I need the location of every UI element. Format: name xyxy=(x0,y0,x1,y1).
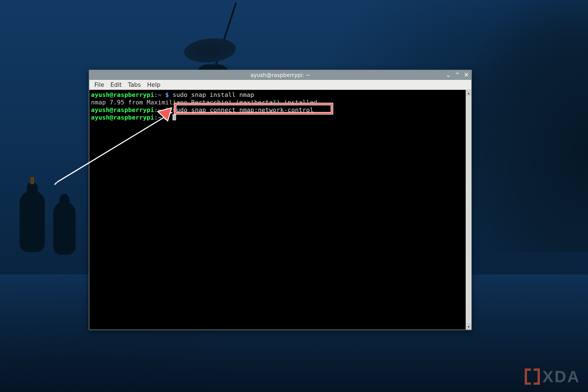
watermark-text: XDA xyxy=(543,367,580,386)
minimize-button[interactable]: ⌄ xyxy=(446,72,451,78)
output-text: nmap 7.95 from Maximiliano Bertacchini (… xyxy=(91,99,273,106)
prompt-host: ayush@raspberrypi xyxy=(91,114,154,121)
scroll-up-button[interactable]: ▴ xyxy=(466,90,471,96)
prompt-path: ~ xyxy=(158,114,161,121)
prompt-symbol: $ xyxy=(165,114,169,121)
wallpaper-bird xyxy=(53,202,76,255)
maximize-button[interactable]: ⌃ xyxy=(455,72,460,78)
prompt-symbol: $ xyxy=(165,106,169,113)
terminal-window: ayush@raspberrypi: ~ ⌄ ⌃ ✕ File Edit Tab… xyxy=(89,70,472,330)
window-controls: ⌄ ⌃ ✕ xyxy=(446,70,469,80)
output-star: * xyxy=(273,99,276,106)
prompt-path: ~ xyxy=(158,91,161,98)
close-button[interactable]: ✕ xyxy=(464,72,469,78)
prompt-sep: : xyxy=(154,91,158,98)
scroll-down-button[interactable]: ▾ xyxy=(466,323,471,330)
window-titlebar[interactable]: ayush@raspberrypi: ~ ⌄ ⌃ ✕ xyxy=(89,70,471,80)
terminal-scrollbar[interactable]: ▴ ▾ xyxy=(466,90,471,330)
xda-watermark: XDA xyxy=(525,367,580,386)
wallpaper-hat xyxy=(174,31,246,70)
command-text: sudo snap install nmap xyxy=(172,91,254,98)
bracket-icon xyxy=(525,368,531,385)
terminal-viewport[interactable]: ayush@raspberrypi:~ $ sudo snap install … xyxy=(89,90,466,330)
bracket-icon xyxy=(534,368,540,385)
window-title: ayush@raspberrypi: ~ xyxy=(250,72,310,78)
cursor xyxy=(172,114,176,120)
menu-tabs[interactable]: Tabs xyxy=(125,80,144,89)
terminal-wrap: ayush@raspberrypi:~ $ sudo snap install … xyxy=(89,90,471,330)
menu-help[interactable]: Help xyxy=(144,80,163,89)
menu-edit[interactable]: Edit xyxy=(108,80,125,89)
prompt-host: ayush@raspberrypi xyxy=(91,91,154,98)
prompt-host: ayush@raspberrypi xyxy=(91,106,154,113)
menu-file[interactable]: File xyxy=(92,80,107,89)
wallpaper-bird xyxy=(20,190,45,252)
command-text: sudo snap connect nmap:network-control xyxy=(172,106,313,113)
wallpaper-birds xyxy=(11,190,84,280)
prompt-path: ~ xyxy=(158,106,161,113)
prompt-sep: : xyxy=(154,106,158,113)
prompt-sep: : xyxy=(154,114,158,121)
prompt-symbol: $ xyxy=(165,91,169,98)
menubar: File Edit Tabs Help xyxy=(89,80,471,90)
output-text: ) installed xyxy=(276,99,317,106)
